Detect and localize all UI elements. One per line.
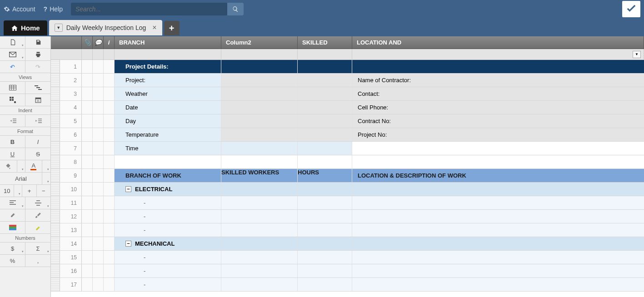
- column-header-col2[interactable]: Column2: [221, 36, 298, 49]
- cell-location[interactable]: Name of Contractor:: [352, 74, 644, 87]
- cell-branch[interactable]: -: [115, 278, 221, 291]
- cell-col2[interactable]: [221, 278, 298, 291]
- font-select[interactable]: Arial: [0, 173, 42, 184]
- info-column-header[interactable]: i: [104, 36, 115, 49]
- cell-branch[interactable]: BRANCH OF WORK: [115, 169, 221, 182]
- collapse-toggle[interactable]: −: [125, 241, 131, 247]
- table-row[interactable]: 13-: [51, 223, 644, 237]
- clear-format-button[interactable]: [0, 209, 25, 221]
- row-icon-cell[interactable]: [93, 101, 104, 114]
- h-align-button[interactable]: [0, 197, 25, 209]
- cell-col2[interactable]: [221, 196, 298, 209]
- cell-branch[interactable]: Project:: [115, 74, 221, 87]
- cell-skilled[interactable]: [298, 74, 352, 87]
- cell-skilled[interactable]: [298, 128, 352, 141]
- row-icon-cell[interactable]: [93, 278, 104, 291]
- font-increase[interactable]: +: [22, 185, 36, 197]
- cell-skilled[interactable]: [298, 114, 352, 128]
- cell-skilled[interactable]: [298, 223, 352, 237]
- table-row[interactable]: 1Project Details:: [51, 60, 644, 74]
- format-painter-button[interactable]: [25, 209, 50, 221]
- v-align-button[interactable]: [25, 197, 50, 209]
- row-icon-cell[interactable]: [104, 223, 115, 237]
- font-color-button[interactable]: A: [25, 160, 43, 172]
- cell-location[interactable]: Project No:: [352, 128, 644, 141]
- row-icon-cell[interactable]: [93, 210, 104, 223]
- cell-location[interactable]: [352, 210, 644, 223]
- cell-branch[interactable]: Project Details:: [115, 60, 221, 73]
- row-icon-cell[interactable]: [82, 155, 93, 168]
- row-icon-cell[interactable]: [93, 87, 104, 100]
- row-icon-cell[interactable]: [104, 183, 115, 196]
- row-icon-cell[interactable]: [82, 183, 93, 196]
- cell-skilled[interactable]: [298, 142, 352, 155]
- cell-col2[interactable]: [221, 114, 298, 128]
- print-button[interactable]: [25, 49, 50, 60]
- attachment-column-header[interactable]: 📎: [82, 36, 93, 49]
- row-icon-cell[interactable]: [104, 196, 115, 209]
- row-number[interactable]: 10: [60, 183, 82, 196]
- cell-skilled[interactable]: HOURS: [298, 169, 352, 182]
- row-icon-cell[interactable]: [82, 128, 93, 141]
- row-number[interactable]: 12: [60, 210, 82, 223]
- row-number[interactable]: 17: [60, 278, 82, 291]
- font-color-dropdown[interactable]: [42, 160, 50, 172]
- table-row[interactable]: 2Project:Name of Contractor:: [51, 74, 644, 87]
- row-icon-cell[interactable]: [82, 74, 93, 87]
- row-icon-cell[interactable]: [82, 169, 93, 182]
- cell-skilled[interactable]: [298, 155, 352, 168]
- tab-close-icon[interactable]: ×: [152, 24, 156, 32]
- row-number[interactable]: 8: [60, 155, 82, 168]
- cell-location[interactable]: [352, 278, 644, 291]
- row-icon-cell[interactable]: [82, 114, 93, 128]
- row-icon-cell[interactable]: [82, 251, 93, 264]
- table-row[interactable]: 17-: [51, 278, 644, 292]
- cell-col2[interactable]: SKILLED WORKERS: [221, 169, 298, 182]
- row-icon-cell[interactable]: [82, 278, 93, 291]
- font-dropdown[interactable]: [42, 173, 50, 184]
- grid-view-button[interactable]: [0, 82, 25, 94]
- tab-home[interactable]: Home: [4, 20, 47, 35]
- row-icon-cell[interactable]: [93, 169, 104, 182]
- fill-color-dropdown[interactable]: [17, 160, 25, 172]
- cell-branch[interactable]: Temperature: [115, 128, 221, 141]
- tab-dropdown[interactable]: ▼: [55, 24, 63, 32]
- row-icon-cell[interactable]: [104, 210, 115, 223]
- row-icon-cell[interactable]: [104, 87, 115, 100]
- file-button[interactable]: [0, 36, 25, 48]
- row-icon-cell[interactable]: [93, 60, 104, 73]
- row-icon-cell[interactable]: [93, 237, 104, 250]
- cell-col2[interactable]: [221, 128, 298, 141]
- cell-branch[interactable]: Weather: [115, 87, 221, 100]
- account-link[interactable]: Account: [4, 5, 35, 13]
- table-row[interactable]: 15-: [51, 251, 644, 264]
- row-icon-cell[interactable]: [82, 142, 93, 155]
- table-row[interactable]: 4DateCell Phone:: [51, 101, 644, 114]
- collapse-toggle[interactable]: −: [125, 186, 131, 192]
- row-icon-cell[interactable]: [93, 128, 104, 141]
- cell-col2[interactable]: [221, 142, 298, 155]
- redo-button[interactable]: ↷: [25, 61, 50, 73]
- cell-col2[interactable]: [221, 155, 298, 168]
- row-icon-cell[interactable]: [93, 74, 104, 87]
- row-icon-cell[interactable]: [104, 155, 115, 168]
- row-icon-cell[interactable]: [93, 183, 104, 196]
- cell-col2[interactable]: [221, 183, 298, 196]
- table-row[interactable]: 7Time: [51, 142, 644, 155]
- indent-button[interactable]: [25, 115, 50, 127]
- row-icon-cell[interactable]: [82, 87, 93, 100]
- cell-col2[interactable]: [221, 223, 298, 237]
- cell-col2[interactable]: [221, 264, 298, 277]
- row-icon-cell[interactable]: [93, 114, 104, 128]
- row-number[interactable]: 13: [60, 223, 82, 237]
- cell-branch[interactable]: −MECHANICAL: [115, 237, 221, 250]
- cell-skilled[interactable]: [298, 183, 352, 196]
- cell-skilled[interactable]: [298, 101, 352, 114]
- row-icon-cell[interactable]: [104, 264, 115, 277]
- row-icon-cell[interactable]: [93, 264, 104, 277]
- table-row[interactable]: 12-: [51, 210, 644, 223]
- cell-skilled[interactable]: [298, 210, 352, 223]
- column-header-skilled[interactable]: SKILLED: [298, 36, 352, 49]
- column-header-branch[interactable]: BRANCH: [115, 36, 221, 49]
- row-number[interactable]: 4: [60, 101, 82, 114]
